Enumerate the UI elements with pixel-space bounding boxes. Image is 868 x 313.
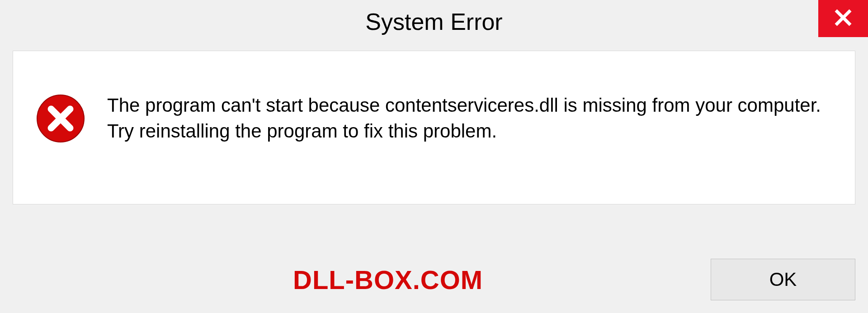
error-icon [36,94,85,143]
dialog-title: System Error [365,8,502,35]
error-message: The program can't start because contents… [107,93,828,144]
ok-button[interactable]: OK [711,259,855,300]
watermark-text: DLL-BOX.COM [293,265,483,295]
close-button[interactable] [818,0,868,37]
title-bar: System Error [0,0,868,43]
close-icon [833,8,853,29]
error-dialog: System Error The program can't start bec… [0,0,868,313]
footer-bar: DLL-BOX.COM OK [0,248,868,313]
content-panel: The program can't start because contents… [13,51,855,204]
